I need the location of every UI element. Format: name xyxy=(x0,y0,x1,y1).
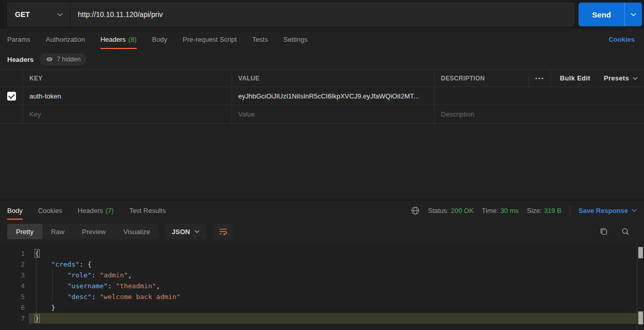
code-line: 3 "role": "admin", xyxy=(0,270,644,280)
wrap-text-icon xyxy=(219,228,227,235)
header-row-auth-token: auth-token eyJhbGciOiJIUzI1NiIsInR5cCI6I… xyxy=(0,87,644,105)
save-response-label: Save Response xyxy=(579,207,628,214)
size-badge[interactable]: Size:319 B xyxy=(527,207,562,214)
auth-token-checkbox[interactable] xyxy=(7,92,16,101)
view-tab-pretty[interactable]: Pretty xyxy=(7,224,42,239)
headers-section-header: Headers 7 hidden xyxy=(0,50,644,69)
description-cell xyxy=(435,105,644,123)
request-url-bar: GET Send xyxy=(0,0,644,29)
response-headers-count-badge: (7) xyxy=(106,207,114,214)
tab-settings[interactable]: Settings xyxy=(283,29,307,50)
response-meta: Status:200 OK Time:30 ms Size:319 B Save… xyxy=(411,206,637,215)
headers-section-title: Headers xyxy=(7,56,34,63)
indent-guide xyxy=(52,270,53,302)
code-line: 6 } xyxy=(0,302,644,313)
scrollbar-cursor-marker xyxy=(638,311,643,324)
line-number: 5 xyxy=(0,291,25,302)
tab-body[interactable]: Body xyxy=(152,29,168,50)
key-cell[interactable]: auth-token xyxy=(23,87,232,105)
presets-button[interactable]: Presets xyxy=(604,74,638,82)
send-button[interactable]: Send xyxy=(579,3,624,26)
code-line: 4 "username": "theadmin", xyxy=(0,280,644,291)
response-body-actions xyxy=(600,227,637,236)
value-cell xyxy=(232,105,435,123)
chevron-down-icon xyxy=(632,209,637,212)
more-options-button[interactable] xyxy=(529,70,551,87)
method-label: GET xyxy=(15,10,30,19)
size-value: 319 B xyxy=(544,207,562,214)
globe-icon xyxy=(411,206,420,215)
chevron-down-icon xyxy=(633,77,638,80)
view-tab-visualize[interactable]: Visualize xyxy=(114,224,159,239)
tab-headers[interactable]: Headers (8) xyxy=(101,29,137,50)
headers-table: KEY VALUE DESCRIPTION Bulk Edit Presets … xyxy=(0,69,644,124)
status-badge[interactable]: Status:200 OK xyxy=(428,207,474,214)
response-tab-headers[interactable]: Headers (7) xyxy=(78,201,114,220)
editor-scrollbar[interactable] xyxy=(637,243,644,330)
tab-tests[interactable]: Tests xyxy=(252,29,268,50)
code-line: 2 "creds": { xyxy=(0,259,644,270)
code-line: 5 "desc": "welcome back admin" xyxy=(0,291,644,302)
tab-authorization[interactable]: Authorization xyxy=(46,29,85,50)
url-input[interactable] xyxy=(71,3,574,26)
new-description-input[interactable] xyxy=(441,110,638,118)
cookies-link[interactable]: Cookies xyxy=(608,36,635,43)
header-value: eyJhbGciOiJIUzI1NiIsInR5cCI6IkpXVCJ9.eyJ… xyxy=(238,92,419,100)
format-select[interactable]: JSON xyxy=(165,224,206,239)
line-number: 3 xyxy=(0,270,25,280)
view-mode-segment: Pretty Raw Preview Visualize xyxy=(7,224,159,239)
select-all-cell xyxy=(0,70,23,87)
value-cell[interactable]: eyJhbGciOiJIUzI1NiIsInR5cCI6IkpXVCJ9.eyJ… xyxy=(232,87,435,105)
time-value: 30 ms xyxy=(501,207,519,214)
url-group: GET xyxy=(7,3,574,26)
scrollbar-thumb[interactable] xyxy=(638,247,643,258)
code-line: 7} xyxy=(0,313,644,324)
code-lines: 1{2 "creds": {3 "role": "admin",4 "usern… xyxy=(0,248,644,324)
send-group: Send xyxy=(579,3,642,26)
bulk-edit-button[interactable]: Bulk Edit xyxy=(560,74,590,82)
time-badge[interactable]: Time:30 ms xyxy=(482,207,519,214)
line-number: 1 xyxy=(0,248,25,259)
divider xyxy=(570,206,570,215)
tab-pre-request-script[interactable]: Pre-request Script xyxy=(183,29,237,50)
response-tab-body[interactable]: Body xyxy=(7,201,23,220)
chevron-down-icon xyxy=(57,13,63,16)
save-response-button[interactable]: Save Response xyxy=(579,207,637,214)
view-tab-preview[interactable]: Preview xyxy=(73,224,114,239)
row-checkbox-cell xyxy=(0,105,23,123)
copy-icon xyxy=(600,227,608,236)
response-tab-cookies[interactable]: Cookies xyxy=(38,201,62,220)
row-checkbox-cell xyxy=(0,87,23,105)
line-number: 4 xyxy=(0,280,25,291)
key-column-header: KEY xyxy=(23,70,232,87)
status-value: 200 OK xyxy=(451,207,473,214)
method-select[interactable]: GET xyxy=(8,3,71,26)
search-button[interactable] xyxy=(621,227,630,236)
new-key-input[interactable] xyxy=(29,110,225,118)
response-header: Body Cookies Headers (7) Test Results St… xyxy=(0,201,644,220)
request-pane-empty-space xyxy=(0,124,644,200)
new-value-input[interactable] xyxy=(238,110,428,118)
chevron-down-icon xyxy=(194,230,200,233)
search-icon xyxy=(621,227,630,236)
response-body-editor[interactable]: 1{2 "creds": {3 "role": "admin",4 "usern… xyxy=(0,243,644,330)
more-options-icon xyxy=(535,77,543,79)
tab-params[interactable]: Params xyxy=(7,29,30,50)
headers-count-badge: (8) xyxy=(128,36,137,43)
value-column-header: VALUE xyxy=(232,70,435,87)
header-actions: Bulk Edit Presets xyxy=(551,70,644,87)
wrap-text-button[interactable] xyxy=(213,224,233,239)
hidden-headers-toggle[interactable]: 7 hidden xyxy=(40,53,87,65)
view-tab-raw[interactable]: Raw xyxy=(42,224,73,239)
send-options-button[interactable] xyxy=(624,3,642,26)
chevron-down-icon xyxy=(631,13,636,16)
network-info-button[interactable] xyxy=(411,206,420,215)
format-label: JSON xyxy=(172,228,190,236)
copy-button[interactable] xyxy=(600,227,608,236)
description-column-header: DESCRIPTION xyxy=(435,70,529,87)
line-number: 6 xyxy=(0,302,25,313)
header-key: auth-token xyxy=(29,92,61,100)
description-cell[interactable] xyxy=(435,87,644,105)
key-cell xyxy=(23,105,232,123)
response-tab-test-results[interactable]: Test Results xyxy=(129,201,166,220)
